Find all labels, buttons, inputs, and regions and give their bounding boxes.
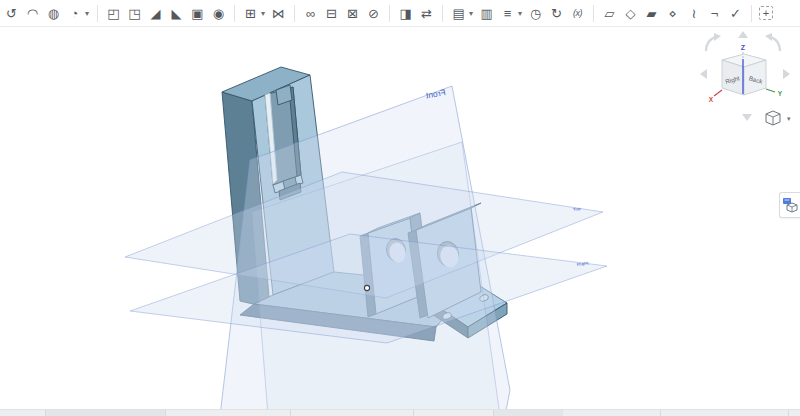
replace-face-icon[interactable]: ⇄ <box>418 3 435 23</box>
toolbar-divider <box>751 5 752 22</box>
thicken-icon[interactable]: ▤ <box>450 3 467 23</box>
view-cube[interactable]: Right Back Z X Y <box>700 31 790 121</box>
boolean-icon[interactable]: ∞ <box>302 3 319 23</box>
extrude-icon[interactable]: ◠ <box>24 3 41 23</box>
y-axis-label: Y <box>778 90 783 97</box>
bend-icon[interactable]: ⋄ <box>664 3 681 23</box>
split-icon[interactable]: ⊟ <box>323 3 340 23</box>
shell-icon[interactable]: ▣ <box>189 3 206 23</box>
tab-bar-divider <box>788 410 789 416</box>
roll-left-arrowhead <box>714 33 721 41</box>
roll-right-arrowhead <box>765 33 772 41</box>
enclose-icon[interactable]: ▥ <box>478 3 495 23</box>
mirror-icon[interactable]: ⋈ <box>270 3 287 23</box>
import-icon[interactable]: ↻ <box>548 3 565 23</box>
toolbar-divider <box>234 5 235 22</box>
reference-planes[interactable]: Front Top Right <box>125 86 607 416</box>
draft-icon[interactable]: ◢ <box>147 3 164 23</box>
linear-pattern-icon[interactable]: ⊞ <box>242 3 259 23</box>
tab-bar-divider <box>165 410 166 416</box>
view-options-button[interactable]: ▾ <box>766 111 791 125</box>
panel-flyout-icon <box>782 196 799 214</box>
tab-bar-divider <box>413 410 414 416</box>
rotate-right-arrow[interactable] <box>783 69 790 79</box>
tab-icon[interactable]: ▰ <box>643 3 660 23</box>
tab-bar-divider <box>45 410 46 416</box>
transform-icon[interactable]: ◔ <box>66 3 83 23</box>
custom-feature-icon[interactable]: + <box>759 6 773 20</box>
move-face-icon[interactable]: ⊠ <box>344 3 361 23</box>
roll-right-arrow[interactable] <box>771 37 780 51</box>
chamfer-icon[interactable]: ◳ <box>126 3 143 23</box>
toolbar-divider <box>442 5 443 22</box>
panel-flyout-button[interactable] <box>779 192 800 218</box>
hole-icon[interactable]: ◉ <box>210 3 227 23</box>
modify-fillet-icon[interactable]: ◨ <box>397 3 414 23</box>
transform-dropdown-caret[interactable]: ▾ <box>85 9 89 18</box>
graphics-area[interactable]: Front Top Right Right Back Z <box>0 0 800 416</box>
fillet-icon[interactable]: ◰ <box>105 3 122 23</box>
tab-segment[interactable] <box>493 410 563 416</box>
delete-part-icon[interactable]: ⊘ <box>365 3 382 23</box>
finish-icon[interactable]: ✓ <box>727 3 744 23</box>
sketch-icon[interactable]: ↺ <box>3 3 20 23</box>
spline-icon[interactable]: ≀ <box>685 3 702 23</box>
history-icon[interactable]: ◷ <box>527 3 544 23</box>
thicken-dropdown-caret[interactable]: ▾ <box>469 9 473 18</box>
variable-icon[interactable]: (x) <box>569 3 586 23</box>
rotate-down-arrow[interactable] <box>742 114 752 121</box>
rotate-left-arrow[interactable] <box>700 69 707 79</box>
tab-bar-divider <box>290 410 291 416</box>
toolbar-divider <box>97 5 98 22</box>
toolbar-divider <box>593 5 594 22</box>
toolbar-items: ↺◠◍◔▾◰◳◢◣▣◉⊞▾⋈∞⊟⊠⊘◨⇄▤▾▥≡▾◷↻(x)▱◇▰⋄≀¬✓+ <box>3 3 777 23</box>
pattern-list-dropdown-caret[interactable]: ▾ <box>518 9 522 18</box>
toolbar-divider <box>389 5 390 22</box>
x-axis <box>714 90 722 96</box>
x-axis-label: X <box>709 96 714 103</box>
pattern-list-icon[interactable]: ≡ <box>499 3 516 23</box>
feature-toolbar[interactable]: ↺◠◍◔▾◰◳◢◣▣◉⊞▾⋈∞⊟⊠⊘◨⇄▤▾▥≡▾◷↻(x)▱◇▰⋄≀¬✓+ <box>0 0 800 27</box>
rotate-up-arrow[interactable] <box>738 31 748 38</box>
tab-segment[interactable] <box>45 410 165 416</box>
tab-bar-divider <box>493 410 494 416</box>
linear-pattern-dropdown-caret[interactable]: ▾ <box>261 9 265 18</box>
origin-marker[interactable] <box>364 285 369 290</box>
rib-icon[interactable]: ◣ <box>168 3 185 23</box>
sheet-metal-icon[interactable]: ▱ <box>601 3 618 23</box>
z-axis-label: Z <box>741 44 746 51</box>
y-axis <box>766 89 775 92</box>
view-options-caret[interactable]: ▾ <box>787 115 791 122</box>
part-studio-canvas[interactable]: Front Top Right Right Back Z <box>0 0 800 416</box>
flange-icon[interactable]: ◇ <box>622 3 639 23</box>
roll-left-arrow[interactable] <box>706 37 715 51</box>
tab-bar-divider <box>660 410 661 416</box>
corner-icon[interactable]: ¬ <box>706 3 723 23</box>
toolbar-divider <box>294 5 295 22</box>
revolve-icon[interactable]: ◍ <box>45 3 62 23</box>
bottom-tab-bar[interactable] <box>0 409 800 416</box>
